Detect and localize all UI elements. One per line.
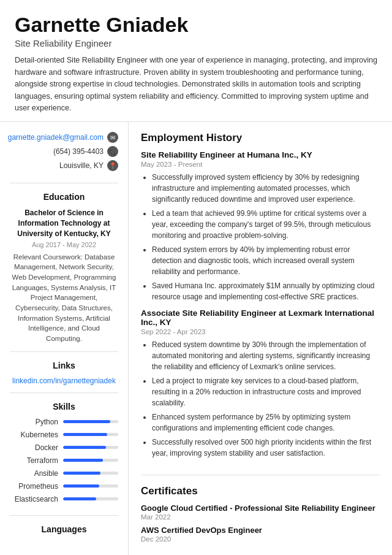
skill-bar-bg <box>63 497 118 500</box>
job-date: May 2023 - Present <box>141 161 380 168</box>
email-icon: ✉ <box>107 132 118 143</box>
contact-email-row: garnette.gniadek@gmail.com ✉ <box>10 132 118 143</box>
skill-bar-fill <box>63 420 110 423</box>
cert-entry: AWS Certified DevOps Engineer Dec 2020 <box>141 526 380 543</box>
skill-name: Elasticsearch <box>12 495 58 503</box>
education-date: Aug 2017 - May 2022 <box>10 241 118 248</box>
education-section: Education Bachelor of Science in Informa… <box>10 183 118 351</box>
skill-name: Kubernetes <box>12 431 58 439</box>
cert-date: Mar 2022 <box>141 513 380 521</box>
skill-row: Elasticsearch <box>10 495 118 503</box>
skill-row: Terraform <box>10 456 118 465</box>
cert-name: Google Cloud Certified - Professional Si… <box>141 503 380 513</box>
courses-label: Relevant Coursework: <box>13 253 83 261</box>
skill-name: Prometheus <box>12 482 58 491</box>
skill-name: Ansible <box>12 469 58 478</box>
links-section: Links linkedin.com/in/garnettegniadek <box>10 352 118 393</box>
skill-bar-bg <box>63 459 118 462</box>
job-bullets: Successfully improved system efficiency … <box>141 172 380 302</box>
certs-list: Google Cloud Certified - Professional Si… <box>141 503 380 543</box>
skill-bar-bg <box>63 420 118 423</box>
location-icon: 📍 <box>107 160 118 171</box>
cert-date: Dec 2020 <box>141 535 380 543</box>
contact-location-row: Louisville, KY 📍 <box>10 160 118 171</box>
contact-phone-row: (654) 395-4403 📞 <box>10 146 118 157</box>
header-section: Garnette Gniadek Site Reliability Engine… <box>0 0 392 122</box>
sidebar: garnette.gniadek@gmail.com ✉ (654) 395-4… <box>0 122 129 555</box>
job-entry: Associate Site Reliability Engineer at L… <box>141 308 380 459</box>
certificates-title: Certificates <box>141 485 380 497</box>
education-degree: Bachelor of Science in Information Techn… <box>10 208 118 239</box>
main-content: Employment History Site Reliability Engi… <box>129 122 392 555</box>
bullet-item: Successfully improved system efficiency … <box>152 172 380 205</box>
skill-row: Prometheus <box>10 482 118 491</box>
linkedin-link[interactable]: linkedin.com/in/garnettegniadek <box>10 377 118 385</box>
body-section: garnette.gniadek@gmail.com ✉ (654) 395-4… <box>0 122 392 555</box>
candidate-title: Site Reliability Engineer <box>15 38 377 48</box>
skill-bar-fill <box>63 433 107 436</box>
bullet-item: Led a project to migrate key services to… <box>152 375 380 408</box>
job-title: Site Reliability Engineer at Humana Inc.… <box>141 150 380 159</box>
links-title: Links <box>10 361 118 370</box>
skill-row: Docker <box>10 443 118 452</box>
candidate-summary: Detail-oriented Site Reliability Enginee… <box>15 55 377 114</box>
contact-section: garnette.gniadek@gmail.com ✉ (654) 395-4… <box>10 132 118 183</box>
education-courses: Relevant Coursework: Database Management… <box>10 252 118 344</box>
candidate-name: Garnette Gniadek <box>15 13 377 36</box>
job-date: Sep 2022 - Apr 2023 <box>141 328 380 335</box>
skills-title: Skills <box>10 402 118 411</box>
skill-name: Docker <box>12 443 58 452</box>
skill-bar-bg <box>63 472 118 475</box>
bullet-item: Reduced system downtime by 30% through t… <box>152 339 380 372</box>
location-text: Louisville, KY <box>59 161 104 170</box>
skill-row: Kubernetes <box>10 431 118 439</box>
skill-bar-bg <box>63 484 118 488</box>
job-title: Associate Site Reliability Engineer at L… <box>141 308 380 327</box>
skill-bar-fill <box>63 446 106 449</box>
skill-bar-fill <box>63 497 96 500</box>
bullet-item: Saved Humana Inc. approximately $1M annu… <box>152 280 380 302</box>
bullet-item: Successfully resolved over 500 high prio… <box>152 437 380 459</box>
skill-bar-bg <box>63 433 118 436</box>
job-entry: Site Reliability Engineer at Humana Inc.… <box>141 150 380 302</box>
bullet-item: Reduced system errors by 40% by implemen… <box>152 244 380 277</box>
phone-icon: 📞 <box>107 146 118 157</box>
skill-bar-fill <box>63 472 100 475</box>
skill-row: Python <box>10 418 118 426</box>
job-bullets: Reduced system downtime by 30% through t… <box>141 339 380 459</box>
skills-list: Python Kubernetes Docker Terraform Ansib… <box>10 418 118 503</box>
employment-section: Employment History Site Reliability Engi… <box>141 132 380 475</box>
skill-name: Python <box>12 418 58 426</box>
certificates-section: Certificates Google Cloud Certified - Pr… <box>141 485 380 555</box>
skill-bar-fill <box>63 459 103 462</box>
resume-page: Garnette Gniadek Site Reliability Engine… <box>0 0 392 555</box>
cert-name: AWS Certified DevOps Engineer <box>141 526 380 535</box>
education-title: Education <box>10 192 118 202</box>
phone-text: (654) 395-4403 <box>53 147 104 156</box>
skill-bar-bg <box>63 446 118 449</box>
bullet-item: Enhanced system performance by 25% by op… <box>152 411 380 434</box>
skill-row: Ansible <box>10 469 118 478</box>
cert-entry: Google Cloud Certified - Professional Si… <box>141 503 380 521</box>
skill-name: Terraform <box>12 456 58 465</box>
email-link[interactable]: garnette.gniadek@gmail.com <box>8 133 104 142</box>
courses-text: Database Management, Network Security, W… <box>12 253 116 342</box>
bullet-item: Led a team that achieved 99.9% uptime fo… <box>152 208 380 241</box>
languages-section: Languages <box>10 516 118 540</box>
skill-bar-fill <box>63 484 99 488</box>
skills-section: Skills Python Kubernetes Docker Terrafor… <box>10 393 118 516</box>
jobs-list: Site Reliability Engineer at Humana Inc.… <box>141 150 380 459</box>
languages-title: Languages <box>10 524 118 534</box>
employment-title: Employment History <box>141 132 380 144</box>
